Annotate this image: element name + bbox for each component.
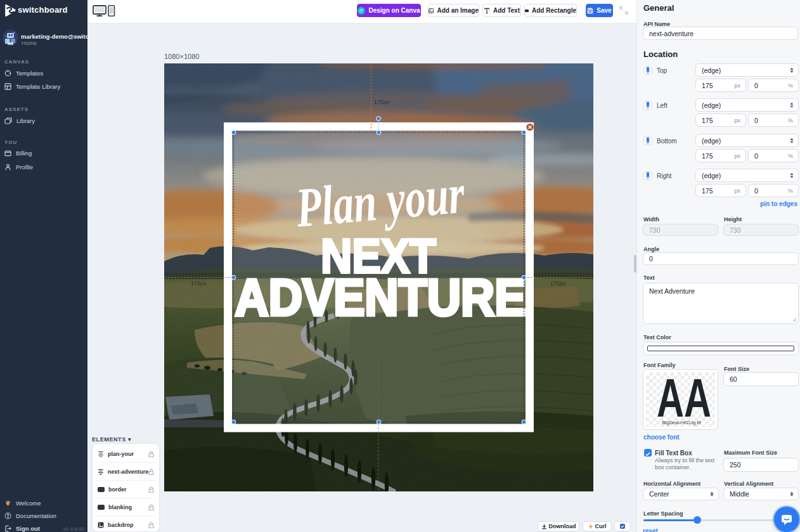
svg-text:175px: 175px	[191, 280, 207, 287]
svg-text:ADVENTURE: ADVENTURE	[235, 269, 526, 326]
svg-text:175px: 175px	[380, 457, 396, 464]
svg-text:175px: 175px	[550, 280, 566, 287]
svg-text:BigDeal-HKDJg.ttf: BigDeal-HKDJg.ttf	[662, 420, 702, 425]
svg-text:175px: 175px	[374, 99, 390, 105]
